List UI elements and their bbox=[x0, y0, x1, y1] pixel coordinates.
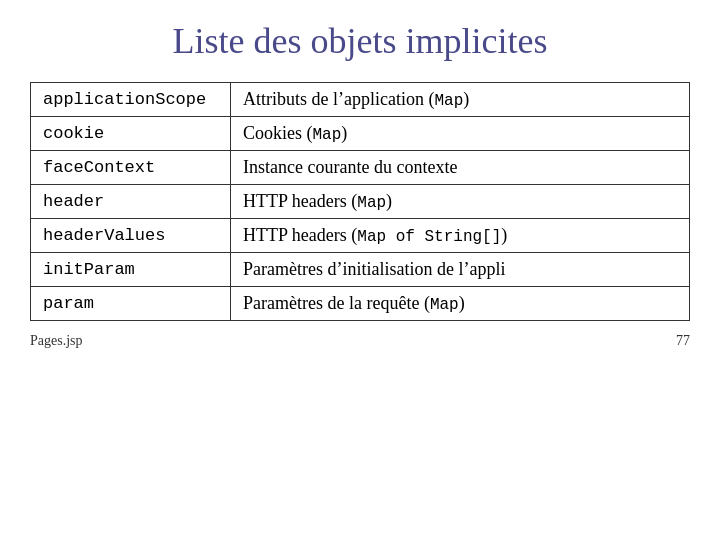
key-cell: cookie bbox=[31, 117, 231, 151]
table-row: cookieCookies (Map) bbox=[31, 117, 690, 151]
footer-label: Pages.jsp bbox=[30, 333, 83, 349]
table-row: paramParamètres de la requête (Map) bbox=[31, 287, 690, 321]
value-cell: Attributs de l’application (Map) bbox=[231, 83, 690, 117]
value-cell: Paramètres d’initialisation de l’appli bbox=[231, 253, 690, 287]
value-cell: HTTP headers (Map) bbox=[231, 185, 690, 219]
key-cell: header bbox=[31, 185, 231, 219]
table-row: headerValuesHTTP headers (Map of String[… bbox=[31, 219, 690, 253]
value-cell: Instance courante du contexte bbox=[231, 151, 690, 185]
page-title: Liste des objets implicites bbox=[173, 20, 548, 62]
key-cell: faceContext bbox=[31, 151, 231, 185]
table-row: applicationScopeAttributs de l’applicati… bbox=[31, 83, 690, 117]
footer: Pages.jsp 77 bbox=[30, 333, 690, 349]
value-cell: Paramètres de la requête (Map) bbox=[231, 287, 690, 321]
key-cell: headerValues bbox=[31, 219, 231, 253]
key-cell: initParam bbox=[31, 253, 231, 287]
table-row: faceContextInstance courante du contexte bbox=[31, 151, 690, 185]
footer-page: 77 bbox=[676, 333, 690, 349]
key-cell: param bbox=[31, 287, 231, 321]
value-cell: Cookies (Map) bbox=[231, 117, 690, 151]
key-cell: applicationScope bbox=[31, 83, 231, 117]
table-row: initParamParamètres d’initialisation de … bbox=[31, 253, 690, 287]
objects-table: applicationScopeAttributs de l’applicati… bbox=[30, 82, 690, 321]
table-row: headerHTTP headers (Map) bbox=[31, 185, 690, 219]
value-cell: HTTP headers (Map of String[]) bbox=[231, 219, 690, 253]
